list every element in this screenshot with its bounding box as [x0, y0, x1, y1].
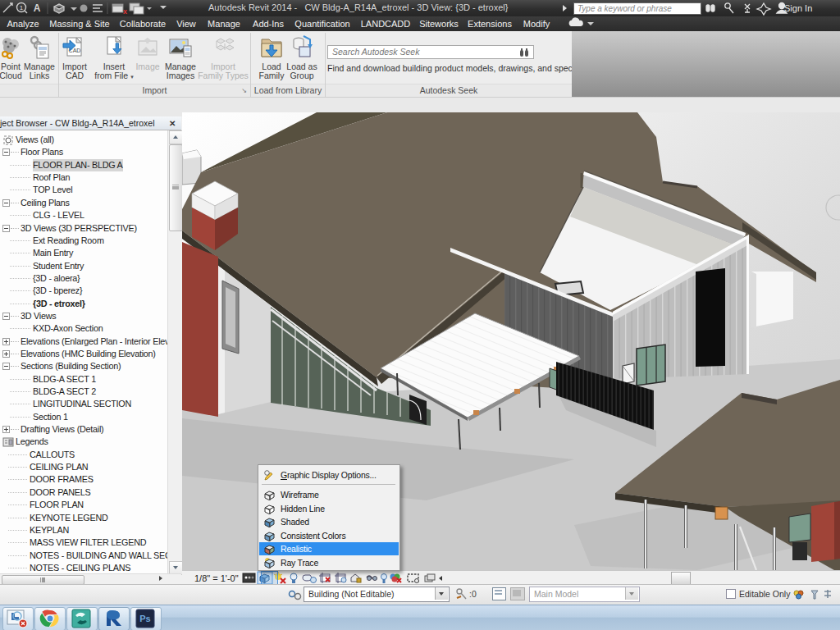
svg-text:A: A: [34, 2, 41, 14]
svg-text:1: 1: [20, 4, 24, 11]
svg-text:x: x: [123, 7, 127, 16]
svg-text:Ps: Ps: [139, 614, 150, 623]
